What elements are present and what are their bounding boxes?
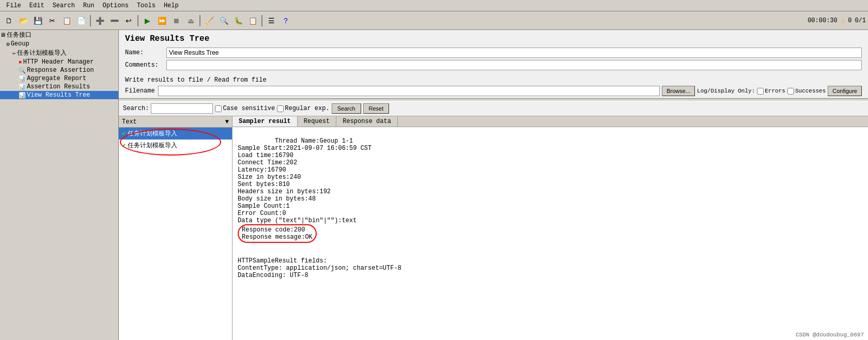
tree-label-template: 任务计划模板导入 <box>17 49 67 57</box>
tree-item-response[interactable]: 🔍 Response Assertion <box>0 66 118 74</box>
case-sensitive-checkbox[interactable] <box>215 105 222 112</box>
successes-checkbox[interactable] <box>787 88 794 95</box>
menu-file[interactable]: File <box>2 1 25 10</box>
new-btn[interactable]: 🗋 <box>2 14 16 27</box>
log-options: Log/Display Only: Errors Successes Confi… <box>697 86 862 96</box>
menu-tools[interactable]: Tools <box>133 1 160 10</box>
paste-btn[interactable]: 📄 <box>74 14 88 27</box>
assertion-icon: 📊 <box>19 84 26 90</box>
panel-title: View Results Tree <box>119 30 868 45</box>
case-sensitive-label[interactable]: Case sensitive <box>215 105 275 112</box>
menu-run[interactable]: Run <box>79 1 99 10</box>
errors-checkbox[interactable] <box>757 88 764 95</box>
configure-button[interactable]: Configure <box>828 86 862 96</box>
filename-input[interactable] <box>158 86 660 96</box>
stop-btn[interactable]: ⏹ <box>169 14 183 27</box>
menu-options[interactable]: Options <box>98 1 132 10</box>
shutdown-btn[interactable]: ⏏ <box>184 14 197 27</box>
menu-edit[interactable]: Edit <box>25 1 49 10</box>
name-input[interactable] <box>166 48 862 58</box>
warning-icon: ⚠ <box>841 16 845 25</box>
form-area: Name: Comments: <box>119 45 868 74</box>
text-col-header: Text ▼ <box>119 116 232 128</box>
items-wrapper: ✔ 任务计划模板导入 ✔ 任务计划模板导入 <box>119 128 232 151</box>
remove-btn[interactable]: ➖ <box>107 14 121 27</box>
tree-label-root: 任务接口 <box>7 30 32 39</box>
result-item-0[interactable]: ✔ 任务计划模板导入 <box>119 128 232 140</box>
regular-exp-text: Regular exp. <box>285 105 329 112</box>
run-btn[interactable]: ▶ <box>141 14 154 27</box>
menu-help[interactable]: Help <box>160 1 183 10</box>
detail-body: Thread Name:Geoup 1-1 Sample Start:2021-… <box>233 127 868 340</box>
tree-label-aggregate: Aggregate Report <box>27 75 86 82</box>
left-panel: 🖥 任务接口 ⚙ Geoup ✏ 任务计划模板导入 ✖ HTTP Header … <box>0 30 119 340</box>
result-icon-0: ✔ <box>122 130 126 137</box>
debug-btn[interactable]: 🐛 <box>231 14 245 27</box>
copy-btn[interactable]: 📋 <box>60 14 73 27</box>
search-bar: Search: Case sensitive Regular exp. Sear… <box>119 101 868 116</box>
tree-item-geoup[interactable]: ⚙ Geoup <box>0 40 118 48</box>
magnify-btn[interactable]: 🔍 <box>217 14 230 27</box>
aggregate-icon: 📊 <box>19 75 26 82</box>
sep1 <box>90 15 91 26</box>
tree-label-http: HTTP Header Manager <box>23 58 94 66</box>
tree-label-response: Response Assertion <box>27 67 94 74</box>
run-no-pause-btn[interactable]: ⏩ <box>155 14 168 27</box>
tab-response-data[interactable]: Response data <box>336 116 398 127</box>
successes-label: Successes <box>795 88 826 94</box>
cut-btn[interactable]: ✂ <box>45 14 59 27</box>
successes-checkbox-label[interactable]: Successes <box>787 88 826 95</box>
tree-item-http[interactable]: ✖ HTTP Header Manager <box>0 58 118 66</box>
function-helper-btn[interactable]: 📋 <box>246 14 259 27</box>
tree-item-template[interactable]: ✏ 任务计划模板导入 <box>0 48 118 58</box>
tree-item-viewtree[interactable]: 📊 View Results Tree <box>0 91 118 99</box>
right-panel: View Results Tree Name: Comments: Write … <box>119 30 868 340</box>
tab-request[interactable]: Request <box>298 116 336 127</box>
result-item-1[interactable]: ✔ 任务计划模板导入 <box>119 140 232 151</box>
save-btn[interactable]: 💾 <box>31 14 44 27</box>
result-text-1: 任务计划模板导入 <box>128 141 177 150</box>
navigate-btn[interactable]: ↩ <box>122 14 135 27</box>
add-btn[interactable]: ➕ <box>93 14 106 27</box>
watermark: CSDN @doudoubug_0697 <box>796 332 864 338</box>
open-btn[interactable]: 📂 <box>17 14 30 27</box>
log-display-label: Log/Display Only: <box>697 88 755 94</box>
browse-button[interactable]: Browse... <box>662 86 695 96</box>
tree-item-assertion[interactable]: 📊 Assertion Results <box>0 83 118 91</box>
reset-button[interactable]: Reset <box>363 103 390 114</box>
list-btn[interactable]: ☰ <box>265 14 278 27</box>
help-btn[interactable]: ? <box>279 14 292 27</box>
tree-label-viewtree: View Results Tree <box>27 91 90 99</box>
warning-count: 0 <box>848 17 851 24</box>
comments-label: Comments: <box>125 61 166 69</box>
clear-all-btn[interactable]: 🧹 <box>203 14 216 27</box>
write-results-row: Filename Browse... Log/Display Only: Err… <box>125 86 862 96</box>
viewtree-icon: 📊 <box>19 92 26 99</box>
errors-checkbox-label[interactable]: Errors <box>757 88 785 95</box>
regular-exp-label[interactable]: Regular exp. <box>277 105 329 112</box>
name-label: Name: <box>125 49 166 56</box>
filename-label: Filename <box>125 87 156 95</box>
sep2 <box>137 15 138 26</box>
menu-search[interactable]: Search <box>49 1 79 10</box>
tree-item-root[interactable]: 🖥 任务接口 <box>0 30 118 40</box>
text-col-body: ✔ 任务计划模板导入 ✔ 任务计划模板导入 <box>119 128 232 340</box>
text-col-dropdown-icon[interactable]: ▼ <box>225 118 229 126</box>
errors-label: Errors <box>765 88 785 94</box>
case-sensitive-text: Case sensitive <box>223 105 275 112</box>
tab-sampler-result[interactable]: Sampler result <box>233 116 298 127</box>
result-text-0: 任务计划模板导入 <box>128 129 177 138</box>
timer-display: 00:00:30 <box>808 17 838 24</box>
template-icon: ✏ <box>12 50 16 56</box>
text-column: Text ▼ ✔ 任务计划模板导入 ✔ 任务计划模板导入 <box>119 116 233 340</box>
write-results-section: Write results to file / Read from file F… <box>119 74 868 98</box>
tree-item-aggregate[interactable]: 📊 Aggregate Report <box>0 74 118 83</box>
http-icon: ✖ <box>19 59 22 66</box>
error-count: 0/1 <box>855 17 866 24</box>
comments-input[interactable] <box>166 60 862 70</box>
regular-exp-checkbox[interactable] <box>277 105 284 112</box>
search-input[interactable] <box>151 103 213 114</box>
search-button[interactable]: Search <box>332 103 361 114</box>
comments-row: Comments: <box>125 60 862 70</box>
toolbar-right: 00:00:30 ⚠ 0 0/1 <box>808 16 866 25</box>
